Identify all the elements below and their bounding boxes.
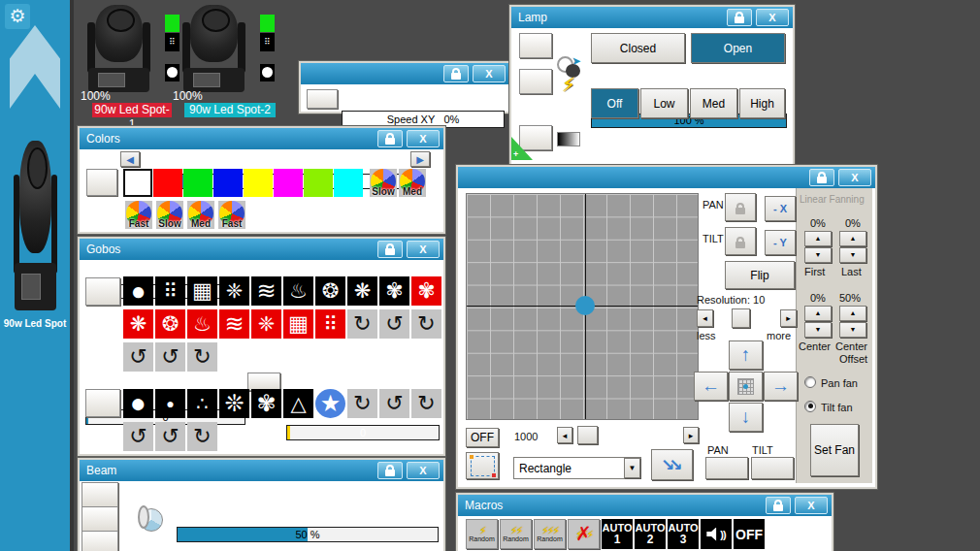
gobo2-dot[interactable]: ● [155,389,185,418]
gobo-mesh-shake[interactable]: ▦ [283,309,313,339]
beam-preset-box-1[interactable] [82,482,118,507]
fixture-thumbnail[interactable] [14,141,57,310]
gobo-waves[interactable]: ≋ [251,276,281,306]
lamp-preset-box-2[interactable] [519,69,552,94]
gear-icon[interactable]: ⚙ [5,4,30,29]
pan-tilt-titlebar[interactable]: X [458,167,875,188]
gobo-snowflake[interactable]: ❋ [347,276,377,306]
gobo2-rotate-cw[interactable]: ↻ [347,389,377,418]
gobo2-rotate-ccw-med[interactable]: ↺ [155,422,185,451]
swatch-red[interactable] [153,169,182,197]
shape-dropdown[interactable]: Rectangle ▼ [513,457,641,479]
gobo-waves-shake[interactable]: ≋ [219,309,249,339]
pan-value-box[interactable] [705,457,748,479]
gobos-preset-box-1[interactable] [85,277,120,306]
swatch-green[interactable] [183,169,212,197]
gobo-snowflake-shake[interactable]: ❋ [123,309,153,339]
lamp-preset-box-1[interactable] [519,33,552,58]
lock-button[interactable] [766,497,791,514]
gobo-flames[interactable]: ♨ [283,276,313,306]
gobo-rotation-slider[interactable]: 0 [286,425,440,440]
gobo-swirl[interactable]: ✾ [379,276,409,306]
flip-button[interactable]: Flip [725,261,795,289]
fixture-2-name-badge[interactable]: 90w Led Spot-2 [184,103,276,117]
swatch-yellow[interactable] [244,169,273,197]
macro-auto-1[interactable]: AUTO1 [602,519,633,549]
set-fan-button[interactable]: Set Fan [810,424,859,476]
shape-select-button[interactable] [466,452,499,479]
swatch-cyan[interactable] [334,169,363,197]
chevron-up-icon[interactable] [10,25,60,109]
strobe-low-button[interactable]: Low [640,88,688,118]
beam-preset-box-3[interactable] [82,531,118,551]
shutter-closed-button[interactable]: Closed [591,33,685,63]
speed-scroll-right-button[interactable]: ▸ [683,427,699,443]
gobo2-open[interactable]: ● [123,389,153,418]
gobo2-rotate-stop[interactable]: ↻ [187,422,217,451]
wheel-slow-2[interactable]: Slow [156,201,183,229]
wheel-fast[interactable]: Fast [125,201,152,229]
macros-titlebar[interactable]: Macros X [458,495,832,516]
macro-auto-2[interactable]: AUTO2 [635,519,666,549]
strobe-high-button[interactable]: High [739,88,785,118]
position-dot[interactable] [575,296,595,315]
gobo-kaleido-shake[interactable]: ❂ [155,309,185,339]
fan-last-down-button[interactable]: ▼ [839,247,866,263]
fan-center-up-button[interactable]: ▲ [804,306,832,321]
speed-scroll-left-button[interactable]: ◂ [557,427,572,443]
gobo-rotate-stop[interactable]: ↻ [187,342,217,372]
gobo-dots[interactable]: ⠿ [155,276,185,306]
lock-button[interactable] [377,241,403,258]
center-position-button[interactable] [729,372,763,401]
strobe-off-button[interactable]: Off [591,88,638,118]
tilt-value-box[interactable] [751,457,794,479]
beam-slider-1[interactable]: 50 % [177,527,439,542]
colors-preset-box[interactable] [86,169,117,196]
fan-offset-up-button[interactable]: ▲ [839,306,866,321]
fixture-1-image[interactable] [87,5,150,92]
tilt-lock-button[interactable] [725,227,756,255]
gobo-rotate-ccw-slow[interactable]: ↺ [123,342,153,372]
close-button[interactable]: X [407,462,440,479]
speed-preset-box[interactable] [307,89,338,109]
swatch-chartreuse[interactable] [304,169,333,197]
gobo-flames-shake[interactable]: ♨ [187,309,217,339]
gobo2-tridots[interactable]: ∴ [187,389,217,418]
macro-random-fast[interactable]: ⚡⚡⚡Random [534,519,566,549]
lock-button[interactable] [809,169,834,186]
macro-random-med[interactable]: ⚡⚡Random [500,519,532,549]
fan-first-down-button[interactable]: ▼ [804,247,832,263]
wheel-fast-2[interactable]: Fast [218,201,245,229]
lock-button[interactable] [727,9,752,26]
nudge-left-button[interactable]: ← [694,372,728,401]
lamp-titlebar[interactable]: Lamp X [511,7,793,28]
fan-last-up-button[interactable]: ▲ [839,231,866,246]
gobos-preset-box-2[interactable] [85,389,120,417]
gobo2-rotate-ccw[interactable]: ↺ [379,389,409,418]
macro-random-off[interactable]: ⚡⚡⚡✗ [568,519,600,549]
gobo2-abstract[interactable]: ❊ [219,389,249,418]
pan-lock-button[interactable] [725,193,756,221]
gobo-swirl-shake[interactable]: ✾ [411,276,441,306]
nudge-right-button[interactable]: → [764,372,798,401]
wheel-med[interactable]: Med [399,169,426,197]
fan-offset-down-button[interactable]: ▼ [839,322,866,338]
invert-y-button[interactable]: - Y [765,230,796,255]
close-button[interactable]: X [838,169,871,186]
gobo-rotate-ccw[interactable]: ↺ [379,309,409,339]
macro-off[interactable]: OFF [734,519,765,549]
close-button[interactable]: X [756,9,789,26]
gobo-kaleido[interactable]: ❂ [315,276,345,306]
gobo-rotate-ccw-med[interactable]: ↺ [155,342,185,372]
fixture-1-name-badge[interactable]: 90w Led Spot-1 [92,103,172,117]
fan-center-down-button[interactable]: ▼ [804,322,832,338]
swatch-blue[interactable] [213,169,243,197]
gobo-spiral[interactable]: ❈ [219,276,249,306]
gobos-titlebar[interactable]: Gobos X [80,239,443,260]
wheel-slow[interactable]: Slow [370,169,397,197]
resolution-thumb[interactable] [732,308,750,328]
swatch-white[interactable] [123,169,152,197]
tilt-fan-radio[interactable] [804,401,816,412]
strobe-med-button[interactable]: Med [690,88,737,118]
invert-x-button[interactable]: - X [765,196,796,221]
